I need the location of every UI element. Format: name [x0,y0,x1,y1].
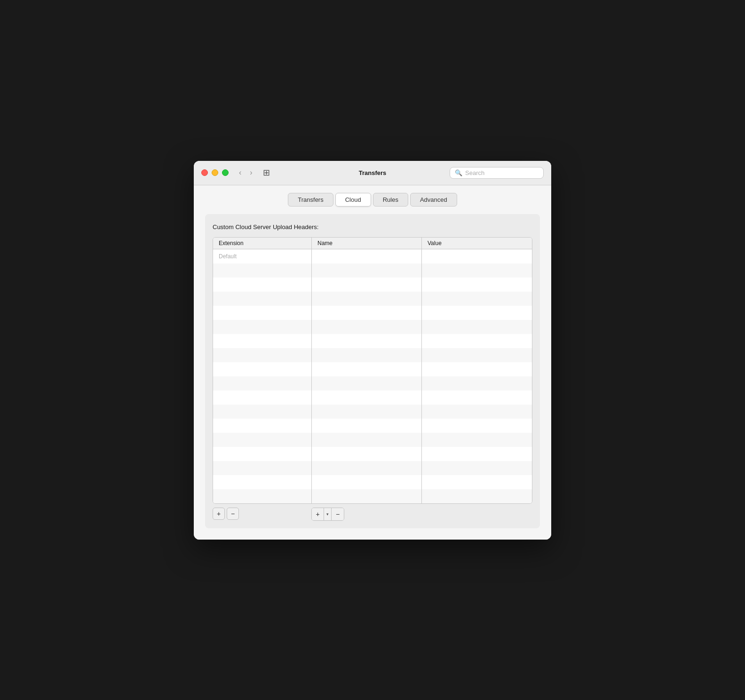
search-bar: 🔍 [450,167,544,179]
nv-row-1[interactable] [312,263,532,278]
app-window: ‹ › ⊞ Transfers 🔍 Transfers Cloud Rules … [194,161,551,540]
ext-row-2[interactable] [213,278,311,292]
nv-row-4[interactable] [312,306,532,320]
minimize-button[interactable] [212,169,218,176]
ext-row-default[interactable]: Default [213,249,311,263]
nv-row-13[interactable] [312,433,532,447]
nv-row-7[interactable] [312,348,532,362]
nav-buttons: ‹ › ⊞ [236,167,273,179]
panel: Custom Cloud Server Upload Headers: Exte… [205,214,540,528]
forward-button[interactable]: › [247,168,255,177]
nv-row-16[interactable] [312,475,532,489]
nv-row-14[interactable] [312,447,532,461]
nv-row-8[interactable] [312,362,532,376]
nv-row-2[interactable] [312,278,532,292]
nv-remove-button[interactable]: − [332,508,344,520]
ext-row-8[interactable] [213,362,311,376]
tab-transfers[interactable]: Transfers [288,193,333,207]
ext-add-button[interactable]: + [213,508,225,520]
nv-add-group: + ▾ − [311,508,344,521]
ext-row-16[interactable] [213,475,311,489]
nv-add-button[interactable]: + [312,508,324,520]
ext-row-14[interactable] [213,447,311,461]
extension-column-header: Extension [213,238,311,249]
ext-row-12[interactable] [213,419,311,433]
ext-row-6[interactable] [213,334,311,348]
grid-view-button[interactable]: ⊞ [260,167,273,179]
nv-toolbar: + ▾ − [311,508,532,521]
ext-row-13[interactable] [213,433,311,447]
back-button[interactable]: ‹ [236,168,244,177]
nv-row-0[interactable] [312,249,532,263]
value-column-header: Value [422,238,532,249]
ext-remove-button[interactable]: − [227,508,239,520]
ext-row-7[interactable] [213,348,311,362]
name-column-header: Name [312,238,422,249]
ext-row-17[interactable] [213,489,311,503]
main-content: Transfers Cloud Rules Advanced Custom Cl… [194,185,551,540]
nv-row-12[interactable] [312,419,532,433]
nv-row-6[interactable] [312,334,532,348]
nv-row-15[interactable] [312,461,532,475]
toolbars-row: + − + ▾ − [213,508,532,521]
tab-cloud[interactable]: Cloud [335,193,371,207]
ext-toolbar: + − [213,508,311,521]
ext-row-3[interactable] [213,292,311,306]
tab-rules[interactable]: Rules [373,193,408,207]
name-value-column: Name Value [312,238,532,503]
nv-row-11[interactable] [312,405,532,419]
close-button[interactable] [201,169,208,176]
extension-column: Extension Default [213,238,312,503]
search-input[interactable] [465,169,539,176]
nv-add-dropdown-button[interactable]: ▾ [324,508,332,520]
nv-row-3[interactable] [312,292,532,306]
maximize-button[interactable] [222,169,229,176]
titlebar: ‹ › ⊞ Transfers 🔍 [194,161,551,185]
ext-row-11[interactable] [213,405,311,419]
tab-advanced[interactable]: Advanced [410,193,457,207]
nv-row-9[interactable] [312,376,532,390]
nv-row-17[interactable] [312,489,532,503]
ext-row-5[interactable] [213,320,311,334]
ext-row-4[interactable] [213,306,311,320]
tabs-container: Transfers Cloud Rules Advanced [205,193,540,207]
ext-row-9[interactable] [213,376,311,390]
window-title: Transfers [359,169,387,176]
tables-container: Extension Default [213,237,532,504]
ext-row-1[interactable] [213,263,311,278]
traffic-lights [201,169,229,176]
section-label: Custom Cloud Server Upload Headers: [213,223,532,231]
ext-row-10[interactable] [213,390,311,405]
name-value-header: Name Value [312,238,532,249]
search-icon: 🔍 [455,169,462,176]
ext-row-15[interactable] [213,461,311,475]
nv-row-10[interactable] [312,390,532,405]
nv-row-5[interactable] [312,320,532,334]
